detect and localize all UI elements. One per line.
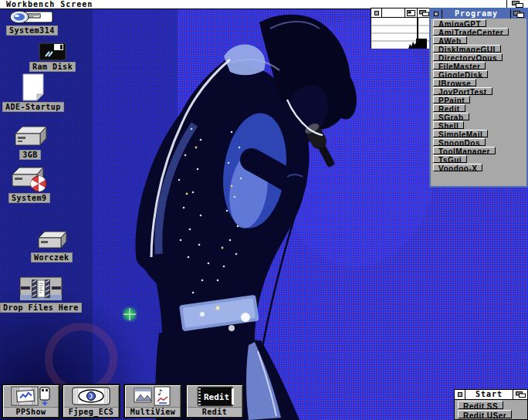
- depth-gadget[interactable]: [510, 9, 526, 19]
- program-button-directoryopus[interactable]: DirectoryOpus: [433, 53, 503, 61]
- program-button-aweb[interactable]: AWeb: [433, 36, 467, 44]
- zoom-gadget[interactable]: [404, 8, 417, 17]
- multiview-icon: ♪: [125, 385, 181, 407]
- workbench-screen: Workbench Screen System314 Ram Disk: [0, 0, 528, 420]
- window-title: Programy: [442, 9, 510, 19]
- icon-label: System9: [8, 193, 50, 203]
- music-note-icon: ♪: [157, 388, 163, 398]
- program-button-tsgui[interactable]: TsGui: [433, 155, 467, 163]
- dock-label: PPShow: [4, 407, 58, 417]
- program-button-sgrab[interactable]: SGrab: [433, 113, 469, 120]
- dock-label: MultiView: [126, 407, 180, 417]
- cd-drive-icon: [9, 10, 54, 25]
- desktop-icon-3gb[interactable]: 3GB: [12, 124, 48, 160]
- program-button-simplemail[interactable]: SimpleMail: [433, 130, 488, 137]
- notebook-title-text: Redit: [204, 392, 229, 402]
- program-button-redit[interactable]: Redit: [433, 104, 465, 112]
- dock-label: Fjpeg_ECS: [64, 407, 118, 417]
- program-button-joyporttest[interactable]: JoyPortTest: [433, 87, 492, 95]
- dock-label: Redit: [188, 407, 242, 417]
- programs-window: Programy AmigaGPT AmiTradeCenter AWeb Di…: [429, 8, 528, 188]
- program-button-filemaster[interactable]: FileMaster: [433, 62, 486, 69]
- dock-tile-fjpeg-ecs[interactable]: Fjpeg_ECS: [62, 384, 120, 418]
- notebook-icon: Redit: [187, 385, 242, 407]
- document-icon: [21, 73, 46, 101]
- desktop-icon-drop-files-here[interactable]: Drop Files Here: [0, 276, 82, 313]
- program-button-shell[interactable]: Shell: [433, 121, 464, 129]
- program-button-ppaint[interactable]: PPaint: [433, 96, 470, 103]
- program-button-giggledisk[interactable]: GiggleDisk: [433, 70, 488, 78]
- icon-label: Worczek: [31, 252, 73, 262]
- start-window: Start Redit SS Redit USer: [454, 389, 528, 420]
- monitor-titlebar[interactable]: [371, 8, 431, 18]
- close-gadget[interactable]: [431, 9, 442, 19]
- depth-icon: [512, 1, 524, 8]
- depth-icon: [419, 10, 429, 16]
- close-icon: [433, 11, 439, 17]
- program-button-voodoo-x[interactable]: Voodoo-X: [433, 164, 482, 171]
- close-icon: [374, 10, 380, 16]
- hard-drive-icon: [36, 229, 68, 252]
- zoom-icon: [407, 10, 415, 16]
- program-button-diskimagegui[interactable]: DiskImageGUI: [433, 45, 501, 52]
- hard-drive-icon: [12, 124, 48, 149]
- close-gadget[interactable]: [371, 8, 382, 17]
- usage-graph: [371, 18, 431, 49]
- depth-icon: [513, 11, 524, 18]
- program-button-amigagpt[interactable]: AmigaGPT: [433, 19, 486, 27]
- icon-label: System314: [6, 25, 58, 36]
- window-title: Start: [465, 390, 513, 399]
- desktop-icon-system9[interactable]: System9: [8, 164, 50, 203]
- icon-label: Ram Disk: [29, 62, 76, 72]
- start-titlebar[interactable]: Start: [455, 390, 527, 400]
- depth-icon: [516, 391, 526, 398]
- dock-tile-multiview[interactable]: ♪ MultiView: [124, 384, 182, 418]
- program-button-toolmanager[interactable]: ToolManager: [433, 147, 496, 154]
- program-button-ibrowse[interactable]: IBrowse: [433, 79, 476, 86]
- desktop-icon-worczek[interactable]: Worczek: [31, 229, 73, 262]
- hard-drive-disc-icon: [9, 164, 49, 192]
- icon-label: 3GB: [19, 150, 41, 160]
- eye-icon: [63, 385, 119, 407]
- floppy-disk-icon: [38, 42, 67, 61]
- close-gadget[interactable]: [455, 390, 465, 399]
- desktop-icon-ram-disk[interactable]: Ram Disk: [29, 42, 76, 72]
- programs-list: AmigaGPT AmiTradeCenter AWeb DiskImageGU…: [431, 19, 526, 171]
- desktop-icon-ade-startup[interactable]: ADE-Startup: [2, 73, 64, 112]
- programs-titlebar[interactable]: Programy: [431, 9, 526, 19]
- icon-label: Drop Files Here: [0, 303, 82, 313]
- desktop-icon-system314[interactable]: System314: [6, 10, 58, 36]
- program-button-amitradecenter[interactable]: AmiTradeCenter: [433, 28, 509, 36]
- depth-gadget[interactable]: [513, 390, 527, 399]
- drop-tray-icon: [19, 276, 63, 302]
- dock-tile-ppshow[interactable]: PPShow: [2, 384, 60, 418]
- monitor-window: [371, 8, 432, 49]
- screen-title: Workbench Screen: [0, 0, 93, 8]
- program-button-snoopdos[interactable]: SnoopDos: [433, 138, 486, 146]
- slideshow-icon: [3, 385, 59, 407]
- icon-label: ADE-Startup: [2, 102, 64, 112]
- start-button-redit-ss[interactable]: Redit SS: [458, 401, 503, 409]
- dock-tile-redit[interactable]: Redit Redit: [185, 384, 244, 418]
- close-icon: [457, 391, 463, 398]
- start-button-redit-user[interactable]: Redit USer: [458, 410, 512, 418]
